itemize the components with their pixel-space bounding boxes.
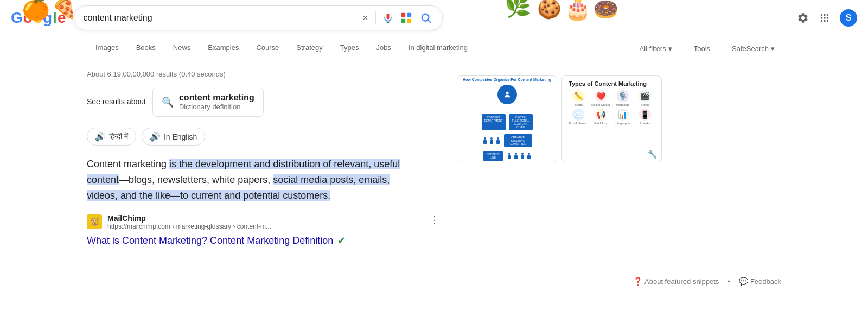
results-count: About 6,19,00,00,000 results (0.40 secon…	[87, 70, 439, 78]
feedback-link[interactable]: 💬 Feedback	[739, 277, 781, 286]
podcasts-icon: 🎙️	[617, 90, 629, 102]
result-title: What is Content Marketing? Content Marke…	[87, 235, 333, 247]
about-snippets-label: About featured snippets	[644, 277, 719, 286]
food-emoji-4: 🍪	[537, 0, 561, 20]
video-icon: 🎬	[639, 90, 651, 102]
lens-icon	[400, 12, 412, 24]
tab-jobs[interactable]: Jobs	[367, 39, 399, 58]
food-emoji-3: 🌿	[505, 0, 532, 19]
org-row-2: CONTENT DEPARTMENT CROSS-FUNCTIONAL CONT…	[482, 114, 533, 130]
org-cell-4: CONTENT LINE	[483, 151, 503, 161]
user-avatar[interactable]: S	[840, 9, 857, 27]
nav-filters-right: All filters ▾ Tools SafeSearch ▾	[633, 40, 781, 57]
voice-search-button[interactable]	[381, 11, 394, 24]
search-bar: ×	[74, 5, 443, 30]
image-1-content: How Companies Organize For Content Marke…	[457, 76, 557, 162]
favicon-emoji: 🐒	[90, 217, 99, 226]
english-label: In English	[164, 133, 197, 141]
tab-books[interactable]: Books	[127, 39, 164, 58]
org-cell-3: CREATIVE STEERING COMMITTEE	[504, 134, 532, 147]
food-emoji-5: 🎂	[564, 0, 591, 21]
svg-rect-21	[490, 140, 493, 144]
lens-button[interactable]	[400, 11, 413, 24]
header-right: S	[796, 9, 857, 27]
english-pill[interactable]: 🔊 In English	[142, 128, 205, 146]
tab-examples[interactable]: Examples	[199, 39, 247, 58]
food-emoji-6: 🍩	[593, 0, 618, 21]
svg-rect-25	[508, 155, 511, 159]
svg-point-26	[515, 153, 517, 155]
svg-point-18	[484, 137, 486, 140]
svg-point-20	[490, 137, 493, 140]
social-media-icon: ❤️	[595, 90, 607, 102]
chevron-down-icon: ▾	[668, 45, 672, 53]
svg-rect-19	[483, 140, 487, 144]
svg-point-12	[824, 17, 826, 19]
left-column: About 6,19,00,00,000 results (0.40 secon…	[87, 70, 439, 247]
svg-rect-31	[527, 155, 531, 159]
svg-point-30	[528, 153, 530, 155]
ebooks-label: Ebooks	[640, 122, 650, 125]
tab-news[interactable]: News	[164, 39, 200, 58]
type-podcasts: 🎙️ Podcasts	[613, 90, 633, 106]
google-logo[interactable]: Google	[11, 9, 65, 27]
email-label: Email News...	[569, 122, 589, 125]
svg-rect-29	[521, 155, 524, 159]
source-menu-button[interactable]: ⋮	[430, 214, 439, 226]
svg-rect-4	[401, 19, 405, 23]
org-row-4: CONTENT LINE	[483, 151, 532, 161]
about-snippets-link[interactable]: ❓ About featured snippets	[633, 277, 719, 286]
settings-button[interactable]	[796, 11, 809, 24]
paid-ads-label: Paid Ads	[594, 122, 607, 125]
svg-point-13	[827, 17, 829, 19]
search-input[interactable]	[83, 13, 354, 23]
verified-icon: ✔	[337, 235, 346, 247]
org-row-3: CREATIVE STEERING COMMITTEE	[482, 134, 532, 147]
result-link[interactable]: What is Content Marketing? Content Marke…	[87, 235, 439, 247]
svg-rect-3	[407, 13, 411, 17]
image-1-title: How Companies Organize For Content Marke…	[463, 78, 551, 81]
feedback-icon: 💬	[739, 277, 748, 286]
image-2-types[interactable]: Types of Content Marketing ✏️ Blogs ❤️ S…	[561, 75, 662, 162]
source-info: MailChimp https://mailchimp.com › market…	[107, 214, 424, 230]
gear-icon	[797, 12, 809, 24]
tab-images[interactable]: Images	[87, 39, 127, 58]
main-content: About 6,19,00,00,000 results (0.40 secon…	[0, 61, 868, 247]
hindi-pill[interactable]: 🔊 हिन्दी में	[87, 128, 136, 146]
paid-ads-icon: 📢	[595, 109, 607, 121]
org-cell-2: CROSS-FUNCTIONAL CONTENT CHIEF	[509, 114, 533, 130]
hindi-label: हिन्दी में	[109, 132, 128, 141]
all-filters-button[interactable]: All filters ▾	[633, 40, 679, 57]
podcasts-label: Podcasts	[616, 103, 630, 106]
image-2-icons-grid: ✏️ Blogs ❤️ Social Media 🎙️ Podcasts	[566, 90, 657, 125]
right-column: How Companies Organize For Content Marke…	[457, 70, 663, 247]
language-pills: 🔊 हिन्दी में 🔊 In English	[87, 128, 439, 146]
image-1-org-chart[interactable]: How Companies Organize For Content Marke…	[457, 75, 557, 162]
tab-types[interactable]: Types	[331, 39, 368, 58]
infographic-label: Infographic	[615, 122, 631, 125]
type-infographic: 📊 Infographic	[613, 109, 633, 125]
safesearch-button[interactable]: SafeSearch ▾	[725, 40, 781, 57]
nav-tabs-bar: Images Books News Examples Course Strate…	[0, 36, 868, 61]
blogs-label: Blogs	[575, 103, 583, 106]
tab-in-digital-marketing[interactable]: In digital marketing	[400, 39, 476, 58]
tab-course[interactable]: Course	[247, 39, 288, 58]
org-line-1	[507, 108, 507, 112]
apps-button[interactable]	[818, 11, 831, 24]
tools-button[interactable]: Tools	[687, 40, 717, 57]
bottom-bar: ❓ About featured snippets • 💬 Feedback	[0, 268, 868, 294]
svg-point-15	[824, 20, 826, 22]
source-favicon: 🐒	[87, 214, 102, 229]
source-section: 🐒 MailChimp https://mailchimp.com › mark…	[87, 214, 439, 230]
svg-rect-2	[401, 13, 405, 17]
feedback-label: Feedback	[750, 277, 781, 286]
tab-strategy[interactable]: Strategy	[288, 39, 331, 58]
org-chart: CONTENT DEPARTMENT CROSS-FUNCTIONAL CONT…	[462, 85, 552, 161]
blogs-icon: ✏️	[572, 90, 584, 102]
search-button[interactable]	[418, 10, 433, 26]
svg-rect-27	[514, 155, 518, 159]
clear-button[interactable]: ×	[360, 12, 371, 24]
divider	[375, 11, 376, 24]
see-results-card[interactable]: 🔍 content marketing Dictionary definitio…	[152, 87, 264, 117]
type-blogs: ✏️ Blogs	[569, 90, 589, 106]
